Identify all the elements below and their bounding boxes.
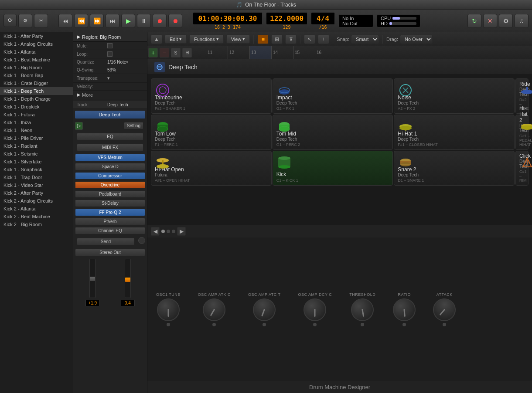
sidebar-item-16[interactable]: Kick 1 - Silverlake: [0, 158, 73, 166]
pad-hihat1[interactable]: Hi-Hat 1 Deep Tech F#1 – CLOSED HIHAT: [394, 115, 515, 150]
insert-ffproq[interactable]: FF Pro-Q 2: [75, 209, 145, 216]
knob-osc-atk-knob[interactable]: [199, 294, 230, 325]
pad-kick[interactable]: Kick C1 – KICK 1: [273, 151, 393, 186]
page-dot-3[interactable]: [172, 230, 175, 233]
record-btn[interactable]: ⏺: [153, 14, 167, 28]
knob-osc1tune-knob[interactable]: [157, 298, 180, 321]
knob-attack-knob[interactable]: [429, 294, 460, 325]
fold-btn[interactable]: ⊟: [182, 48, 192, 58]
eq-btn[interactable]: EQ: [77, 133, 143, 140]
bpm-value[interactable]: 122.0000: [266, 12, 307, 25]
midi-fx-btn[interactable]: MIDI FX: [77, 144, 143, 151]
forward-btn[interactable]: ⏩: [90, 14, 104, 28]
play-btn[interactable]: ▶: [121, 14, 135, 28]
knob-threshold-knob[interactable]: [349, 296, 375, 322]
view-btn[interactable]: View ▾: [226, 34, 250, 44]
pad-noise[interactable]: Noise Deep Tech A2 – FX 2: [394, 78, 515, 114]
sidebar-item-15[interactable]: Kick 1 - Seismic: [0, 150, 73, 158]
pad-hihat2[interactable]: Hi-Hat 2 Deep Tech G#1 – PEDAL HIHAT: [515, 115, 529, 150]
filter-btn[interactable]: ⊽: [285, 34, 297, 44]
fader-1-track[interactable]: [89, 259, 95, 298]
mute-checkbox[interactable]: [107, 43, 113, 48]
grid-btn[interactable]: ⊞: [271, 34, 283, 44]
pad-snare[interactable]: Snare 2 Deep Tech D1 – SNARE 1: [394, 151, 515, 186]
insert-pedal[interactable]: Pedalboard: [75, 190, 145, 198]
pad-click[interactable]: Click Deep Tech C#1 – RIM: [515, 151, 529, 186]
sidebar-item-19[interactable]: Kick 1 - Video Star: [0, 181, 73, 189]
nav-next[interactable]: ▶: [177, 227, 186, 236]
send-btn-left[interactable]: Send: [77, 238, 135, 245]
s-btn[interactable]: S: [171, 48, 181, 58]
loop-checkbox[interactable]: [107, 51, 113, 57]
sidebar-item-7[interactable]: Kick 1 - Deep Tech: [0, 87, 73, 95]
library-btn[interactable]: ♫: [515, 14, 529, 28]
sig-value[interactable]: 4/4: [311, 12, 335, 25]
sidebar-item-9[interactable]: Kick 1 - Dropkick: [0, 103, 73, 111]
sidebar-item-13[interactable]: Kick 1 - Pile Driver: [0, 134, 73, 142]
scissors-btn[interactable]: ✂: [34, 14, 48, 28]
channel-name[interactable]: Deep Tech: [75, 111, 145, 119]
pad-tom-low[interactable]: Tom Low Deep Tech F1 – PERC 1: [151, 115, 272, 150]
fader-2-track[interactable]: [125, 259, 131, 298]
main-time[interactable]: 01:00:30:08.30: [193, 12, 263, 25]
knob-ratio-knob[interactable]: [392, 297, 416, 322]
edit-btn[interactable]: Edit ▾: [165, 34, 187, 44]
remove-track-btn[interactable]: −: [160, 48, 169, 58]
stereo-out-btn[interactable]: Stereo Out: [75, 249, 145, 256]
sidebar-item-3[interactable]: Kick 1 - Beat Machine: [0, 56, 73, 64]
sidebar-item-4[interactable]: Kick 1 - Big Room: [0, 64, 73, 71]
sidebar-item-20[interactable]: Kick 2 - After Party: [0, 189, 73, 197]
sidebar-item-2[interactable]: Kick 1 - Atlanta: [0, 48, 73, 56]
qswing-value[interactable]: 53%: [107, 68, 116, 72]
sidebar-item-8[interactable]: Kick 1 - Depth Charge: [0, 95, 73, 103]
sidebar-item-11[interactable]: Kick 1 - Ibiza: [0, 119, 73, 126]
pointer-btn[interactable]: ↖: [304, 34, 315, 44]
quantize-arrow[interactable]: ▾: [126, 60, 128, 64]
insert-comp[interactable]: Compressor: [75, 172, 145, 180]
sidebar-item-5[interactable]: Kick 1 - Boom Bap: [0, 71, 73, 79]
insert-overdrive[interactable]: Overdrive: [75, 181, 145, 189]
settings-btn[interactable]: ⚙: [499, 14, 513, 28]
snap-select[interactable]: Smart Bar Beat: [351, 35, 379, 44]
send-knob-left[interactable]: [138, 237, 145, 244]
sidebar-item-18[interactable]: Kick 1 - Trap Door: [0, 173, 73, 181]
sidebar-item-12[interactable]: Kick 1 - Neon: [0, 126, 73, 134]
sidebar-item-22[interactable]: Kick 2 - Atlanta: [0, 205, 73, 213]
zoom-btn[interactable]: +: [318, 34, 329, 44]
sidebar-item-21[interactable]: Kick 2 - Analog Circuits: [0, 197, 73, 205]
rewind-start-btn[interactable]: ⏮: [58, 14, 72, 28]
drag-select[interactable]: No Over Overlap: [400, 35, 433, 44]
rewind-btn[interactable]: ⏪: [74, 14, 88, 28]
insert-stdelay[interactable]: St-Delay: [75, 200, 145, 207]
pause-btn[interactable]: ⏸: [137, 14, 151, 28]
pad-tambourine[interactable]: Tambourine Deep Tech F#2 – SHAKER 1: [151, 78, 272, 114]
color-btn[interactable]: ■: [257, 34, 269, 44]
insert-cheq[interactable]: Channel EQ: [75, 227, 145, 234]
pad-hihat-open[interactable]: Hi-Hat Open Futura A#1 – OPEN HIHAT: [151, 151, 272, 186]
fader-2-thumb[interactable]: [125, 278, 130, 282]
insert-space[interactable]: Space D: [75, 163, 145, 170]
channel-arrow-btn[interactable]: ▷: [75, 122, 83, 130]
functions-btn[interactable]: Functions ▾: [189, 34, 224, 44]
page-dot-1[interactable]: [161, 230, 165, 233]
setting-btn[interactable]: Setting: [124, 122, 143, 129]
sidebar-item-0[interactable]: Kick 1 - After Party: [0, 32, 73, 40]
sidebar-item-24[interactable]: Kick 2 - Big Room: [0, 220, 73, 228]
add-track-btn[interactable]: +: [148, 48, 158, 58]
knob-osc-atct-knob[interactable]: [250, 295, 279, 324]
page-dot-2[interactable]: [167, 230, 170, 233]
region-more-row[interactable]: ▶ More: [73, 91, 147, 99]
insert-vps[interactable]: VPS Metrum: [75, 154, 145, 161]
sidebar-item-17[interactable]: Kick 1 - Snapback: [0, 166, 73, 173]
quantize-value[interactable]: 1/16 Note: [107, 60, 126, 64]
forward-end-btn[interactable]: ⏭: [106, 14, 119, 28]
sidebar-item-10[interactable]: Kick 1 - Futura: [0, 111, 73, 119]
sidebar-item-14[interactable]: Kick 1 - Radiant: [0, 142, 73, 150]
sync-btn[interactable]: ↻: [467, 14, 481, 28]
sidebar-item-1[interactable]: Kick 1 - Analog Circuits: [0, 40, 73, 48]
back-btn[interactable]: ▲: [151, 34, 162, 44]
transpose-arrow[interactable]: ▾: [107, 75, 110, 81]
sidebar-item-23[interactable]: Kick 2 - Beat Machine: [0, 213, 73, 220]
pad-impact[interactable]: Impact Deep Tech G2 – FX 1: [273, 78, 393, 114]
sidebar-item-6[interactable]: Kick 1 - Crate Digger: [0, 79, 73, 87]
